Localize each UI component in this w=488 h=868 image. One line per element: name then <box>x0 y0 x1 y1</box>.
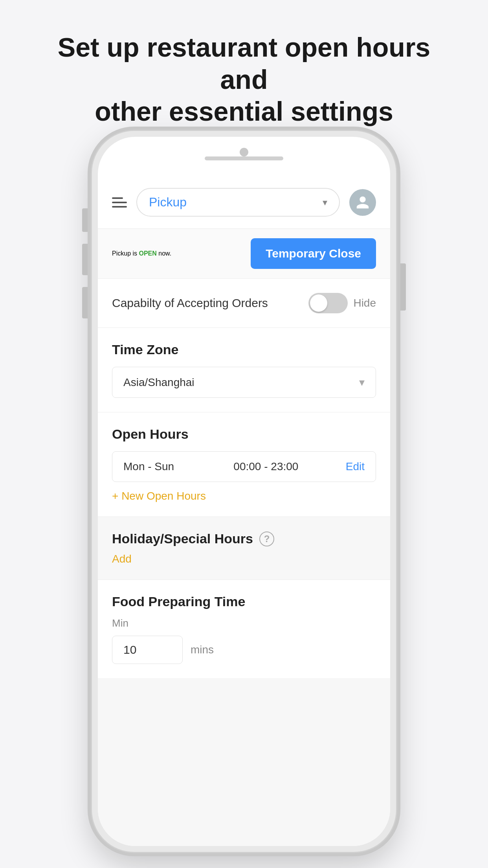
hours-row: Mon - Sun 00:00 - 23:00 Edit <box>112 451 376 482</box>
page-title: Set up restaurant open hours andother es… <box>31 31 457 128</box>
hours-edit-button[interactable]: Edit <box>346 460 365 473</box>
holiday-add-button[interactable]: Add <box>112 553 132 565</box>
user-avatar[interactable] <box>349 189 376 216</box>
nav-bar: Pickup ▾ <box>98 176 390 229</box>
screen-content: Pickup ▾ Pickup is OPEN now. Temporary C… <box>98 176 390 678</box>
holiday-title: Holiday/Special Hours <box>112 531 253 546</box>
holiday-header: Holiday/Special Hours ? <box>112 531 376 546</box>
food-time-section: Food Preparing Time Min mins <box>98 580 390 678</box>
menu-line-3 <box>112 206 127 208</box>
capability-section: Capabilty of Accepting Orders Hide <box>98 279 390 328</box>
holiday-info-icon[interactable]: ? <box>259 531 274 546</box>
capability-toggle-row: Capabilty of Accepting Orders Hide <box>112 293 376 313</box>
page-title-area: Set up restaurant open hours andother es… <box>0 31 488 128</box>
capability-label: Capabilty of Accepting Orders <box>112 296 268 310</box>
new-open-hours-button[interactable]: + New Open Hours <box>112 490 206 502</box>
avatar-icon <box>355 195 370 210</box>
food-time-sublabel: Min <box>112 617 376 629</box>
timezone-title: Time Zone <box>112 342 376 357</box>
phone-button-vol-down <box>82 287 88 318</box>
phone-inner: Pickup ▾ Pickup is OPEN now. Temporary C… <box>98 137 390 846</box>
capability-toggle[interactable] <box>308 293 348 313</box>
phone-speaker <box>205 156 283 160</box>
status-open-word: OPEN <box>139 250 156 257</box>
hours-days: Mon - Sun <box>123 460 186 473</box>
food-time-input[interactable] <box>112 636 183 664</box>
open-hours-section: Open Hours Mon - Sun 00:00 - 23:00 Edit … <box>98 412 390 517</box>
toggle-thumb <box>310 294 327 312</box>
food-time-title: Food Preparing Time <box>112 594 376 609</box>
pickup-dropdown[interactable]: Pickup ▾ <box>136 188 340 217</box>
menu-line-1 <box>112 197 123 199</box>
phone-mockup: Pickup ▾ Pickup is OPEN now. Temporary C… <box>91 130 397 853</box>
phone-screen: Pickup ▾ Pickup is OPEN now. Temporary C… <box>98 176 390 846</box>
food-time-unit: mins <box>191 644 214 656</box>
dropdown-arrow-icon: ▾ <box>323 197 327 208</box>
hours-time: 00:00 - 23:00 <box>186 460 346 473</box>
menu-icon[interactable] <box>112 197 127 208</box>
food-time-input-row: mins <box>112 636 376 664</box>
status-suffix: now. <box>157 250 171 257</box>
phone-camera <box>240 148 248 156</box>
toggle-hide-label: Hide <box>353 297 376 309</box>
temporary-close-button[interactable]: Temporary Close <box>251 238 376 269</box>
toggle-wrapper: Hide <box>308 293 376 313</box>
pickup-dropdown-label: Pickup <box>149 195 187 210</box>
menu-line-2 <box>112 202 127 203</box>
timezone-arrow-icon: ▾ <box>359 376 365 389</box>
open-hours-title: Open Hours <box>112 427 376 442</box>
holiday-section: Holiday/Special Hours ? Add <box>98 517 390 580</box>
timezone-section: Time Zone Asia/Shanghai ▾ <box>98 328 390 412</box>
phone-button-power <box>400 263 406 311</box>
timezone-dropdown[interactable]: Asia/Shanghai ▾ <box>112 367 376 398</box>
status-text: Pickup is OPEN now. <box>112 250 171 257</box>
timezone-value: Asia/Shanghai <box>123 376 194 389</box>
phone-button-mute <box>82 208 88 232</box>
status-bar: Pickup is OPEN now. Temporary Close <box>98 229 390 279</box>
phone-button-vol-up <box>82 244 88 275</box>
status-prefix: Pickup is <box>112 250 139 257</box>
